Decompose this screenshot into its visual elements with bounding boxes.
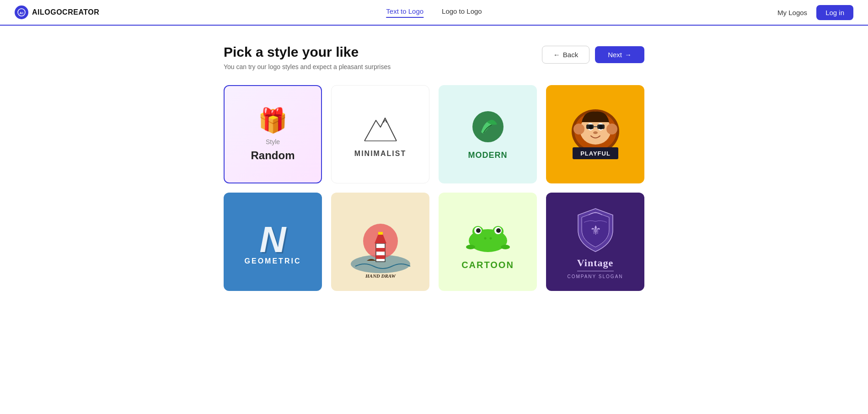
svg-rect-13 [586, 124, 594, 129]
svg-point-33 [496, 228, 501, 233]
random-label-bottom: Random [251, 149, 295, 162]
brand-icon: AI [15, 5, 28, 19]
svg-rect-14 [597, 124, 605, 129]
svg-text:⚜: ⚜ [589, 223, 601, 237]
modern-label: MODERN [468, 151, 508, 160]
style-card-cartoon[interactable]: CARTOON [439, 193, 537, 291]
style-card-modern[interactable]: MODERN [439, 85, 537, 183]
vintage-shield-icon: ⚜ [573, 205, 618, 257]
page-header: Pick a style your like You can try our l… [224, 44, 644, 70]
modern-leaf-icon [470, 108, 506, 147]
style-card-vintage[interactable]: ⚜ Vintage Company Slogan [546, 193, 644, 291]
nav-links: Text to Logo Logo to Logo [386, 7, 482, 18]
navbar: AI AILOGOCREATOR Text to Logo Logo to Lo… [0, 0, 868, 26]
svg-rect-23 [376, 255, 385, 259]
header-actions: ← Back Next → [542, 46, 644, 64]
nav-right: My Logos Log in [777, 5, 853, 20]
page-title-block: Pick a style your like You can try our l… [224, 44, 391, 70]
style-card-geometric[interactable]: N GEOMETRIC [224, 193, 322, 291]
vintage-title: Vintage [577, 257, 614, 269]
svg-point-16 [593, 131, 598, 134]
brand-name: AILOGOCREATOR [32, 8, 99, 16]
random-label-top: Style [266, 138, 280, 145]
svg-rect-25 [378, 232, 383, 235]
back-button[interactable]: ← Back [542, 46, 589, 64]
svg-point-36 [484, 237, 486, 240]
back-arrow-icon: ← [553, 51, 560, 59]
style-card-handdraw[interactable]: HAND DRAW [331, 193, 429, 291]
vintage-slogan: Company Slogan [567, 274, 623, 279]
my-logos-link[interactable]: My Logos [777, 9, 807, 16]
minimalist-mountain-icon [360, 111, 401, 145]
cartoon-frog-icon [461, 213, 515, 256]
next-arrow-icon: → [625, 51, 632, 59]
svg-point-37 [489, 237, 492, 240]
nav-logo-to-logo[interactable]: Logo to Logo [442, 7, 482, 18]
minimalist-label: MINIMALIST [354, 150, 406, 158]
vintage-line-1 [577, 271, 614, 271]
brand-logo[interactable]: AI AILOGOCREATOR [15, 5, 99, 19]
svg-point-35 [501, 245, 510, 249]
page-title: Pick a style your like [224, 44, 391, 60]
handdraw-lighthouse-icon: HAND DRAW [342, 202, 419, 282]
cartoon-label: CARTOON [461, 260, 514, 270]
login-button[interactable]: Log in [816, 5, 853, 20]
next-button[interactable]: Next → [595, 46, 644, 63]
style-card-playful[interactable]: PLAYFUL [546, 85, 644, 183]
main-content: Pick a style your like You can try our l… [214, 26, 654, 318]
svg-point-32 [476, 228, 481, 233]
svg-point-7 [573, 124, 584, 134]
style-card-minimalist[interactable]: MINIMALIST [331, 85, 429, 183]
page-subtitle: You can try our logo styles and expect a… [224, 63, 391, 70]
svg-text:HAND DRAW: HAND DRAW [365, 273, 396, 279]
svg-text:PLAYFUL: PLAYFUL [580, 150, 611, 157]
geometric-n-letter: N [260, 219, 286, 261]
nav-text-to-logo[interactable]: Text to Logo [386, 7, 423, 18]
playful-monkey-icon: PLAYFUL [559, 97, 632, 172]
style-grid: 🎁 Style Random MINIMALIST [224, 85, 644, 291]
svg-point-8 [606, 124, 617, 134]
svg-point-34 [466, 245, 475, 249]
random-gift-icon: 🎁 [258, 107, 288, 134]
svg-rect-22 [376, 248, 385, 252]
style-card-random[interactable]: 🎁 Style Random [224, 85, 322, 183]
svg-text:AI: AI [20, 11, 24, 15]
